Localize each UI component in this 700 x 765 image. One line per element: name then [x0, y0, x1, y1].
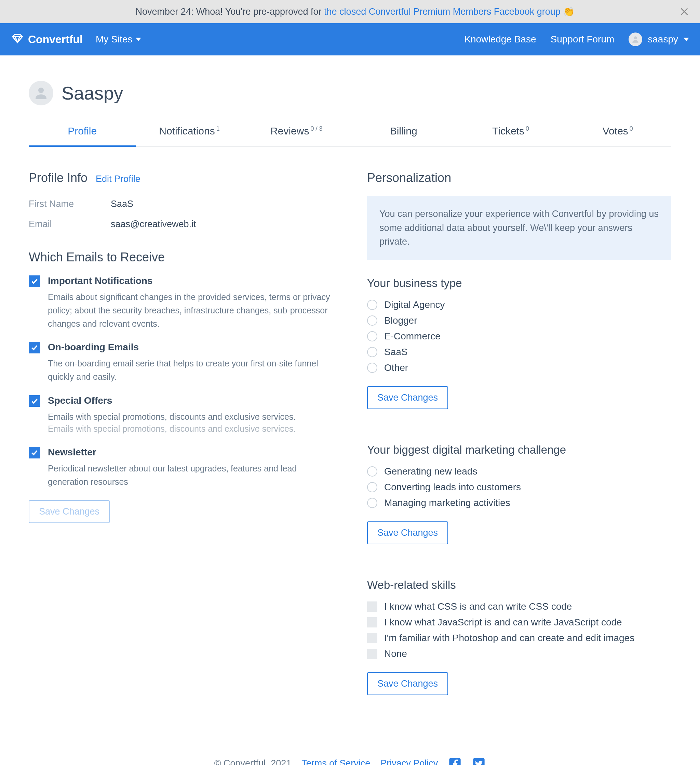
avatar-icon: [629, 33, 642, 46]
save-business-button[interactable]: Save Changes: [367, 386, 448, 409]
checkbox-icon: [367, 649, 377, 659]
radio-icon: [367, 363, 377, 373]
top-nav: Convertful My Sites Knowledge Base Suppo…: [0, 23, 700, 55]
announcement-banner: November 24: Whoa! You're pre-approved f…: [0, 0, 700, 23]
page-title: Saaspy: [61, 82, 123, 104]
banner-text: November 24: Whoa! You're pre-approved f…: [126, 0, 575, 28]
onboarding-desc: The on-boarding email serie that helps t…: [48, 357, 333, 384]
radio-icon: [367, 466, 377, 477]
banner-link[interactable]: the closed Convertful Premium Members Fa…: [324, 6, 560, 17]
my-sites-menu[interactable]: My Sites: [96, 34, 141, 45]
radio-digital-agency[interactable]: Digital Agency: [367, 299, 671, 310]
radio-convert-leads[interactable]: Converting leads into customers: [367, 482, 671, 493]
onboarding-title: On-boarding Emails: [48, 342, 333, 353]
privacy-link[interactable]: Privacy Policy: [380, 758, 438, 765]
radio-icon: [367, 331, 377, 342]
tab-votes[interactable]: Votes0: [564, 118, 671, 146]
profile-info-heading: Profile Info: [29, 171, 88, 185]
edit-profile-link[interactable]: Edit Profile: [96, 174, 140, 184]
business-type-group: Digital Agency Blogger E-Commerce SaaS O…: [367, 299, 671, 373]
business-type-heading: Your business type: [367, 277, 671, 290]
chevron-down-icon: [136, 38, 141, 41]
user-menu[interactable]: saaspy: [629, 33, 689, 46]
radio-icon: [367, 315, 377, 326]
footer: © Convertful, 2021 Terms of Service Priv…: [29, 736, 671, 765]
emails-heading: Which Emails to Receive: [29, 250, 333, 264]
checkbox-icon: [367, 633, 377, 643]
tab-notifications[interactable]: Notifications1: [136, 118, 243, 146]
radio-ecommerce[interactable]: E-Commerce: [367, 331, 671, 342]
offers-title: Special Offers: [48, 395, 296, 406]
tab-reviews[interactable]: Reviews0 / 3: [243, 118, 350, 146]
svg-point-2: [634, 36, 637, 39]
radio-new-leads[interactable]: Generating new leads: [367, 466, 671, 477]
radio-other[interactable]: Other: [367, 362, 671, 373]
radio-manage-marketing[interactable]: Managing marketing activities: [367, 497, 671, 508]
save-emails-button[interactable]: Save Changes: [29, 500, 110, 523]
offers-desc: Emails with special promotions, discount…: [48, 410, 296, 423]
user-header: Saaspy: [29, 81, 671, 105]
skills-group: I know what CSS is and can write CSS cod…: [367, 601, 671, 659]
radio-icon: [367, 482, 377, 492]
checkbox-icon: [367, 617, 377, 628]
facebook-icon[interactable]: [448, 757, 462, 765]
radio-icon: [367, 347, 377, 357]
email-label: Email: [29, 219, 111, 230]
save-challenge-button[interactable]: Save Changes: [367, 521, 448, 544]
close-icon[interactable]: [679, 6, 690, 17]
radio-icon: [367, 498, 377, 508]
user-label: saaspy: [648, 34, 678, 45]
radio-icon: [367, 300, 377, 310]
radio-blogger[interactable]: Blogger: [367, 315, 671, 326]
terms-link[interactable]: Terms of Service: [301, 758, 370, 765]
checkbox-offers[interactable]: [29, 395, 40, 407]
challenge-group: Generating new leads Converting leads in…: [367, 466, 671, 508]
important-desc: Emails about significant changes in the …: [48, 290, 333, 330]
newsletter-desc: Periodical newsletter about our latest u…: [48, 462, 333, 488]
footer-copyright: © Convertful, 2021: [214, 758, 292, 765]
save-skills-button[interactable]: Save Changes: [367, 672, 448, 695]
offers-dup-desc: Emails with special promotions, discount…: [48, 422, 296, 436]
banner-prefix: November 24: Whoa! You're pre-approved f…: [136, 6, 324, 17]
banner-emoji: 👏: [560, 6, 575, 17]
personalization-heading: Personalization: [367, 171, 671, 185]
check-js[interactable]: I know what JavaScript is and can write …: [367, 617, 671, 628]
checkbox-icon: [367, 601, 377, 612]
checkbox-onboarding[interactable]: [29, 342, 40, 353]
email-value: saas@creativeweb.it: [111, 219, 196, 230]
twitter-icon[interactable]: [472, 757, 486, 765]
first-name-value: SaaS: [111, 199, 133, 209]
radio-saas[interactable]: SaaS: [367, 346, 671, 357]
check-photoshop[interactable]: I'm familiar with Photoshop and can crea…: [367, 633, 671, 644]
support-forum-link[interactable]: Support Forum: [551, 34, 615, 45]
my-sites-label: My Sites: [96, 34, 132, 45]
avatar: [29, 81, 53, 105]
svg-point-3: [38, 88, 44, 93]
brand-logo[interactable]: Convertful: [11, 33, 83, 46]
checkbox-important[interactable]: [29, 275, 40, 287]
tab-billing[interactable]: Billing: [350, 118, 457, 146]
check-none[interactable]: None: [367, 649, 671, 659]
tabs: Profile Notifications1 Reviews0 / 3 Bill…: [29, 118, 671, 147]
tab-profile[interactable]: Profile: [29, 118, 136, 146]
knowledge-base-link[interactable]: Knowledge Base: [464, 34, 536, 45]
tab-tickets[interactable]: Tickets0: [457, 118, 564, 146]
first-name-label: First Name: [29, 199, 111, 209]
checkbox-newsletter[interactable]: [29, 447, 40, 458]
skills-heading: Web-related skills: [367, 579, 671, 592]
important-title: Important Notifications: [48, 275, 333, 286]
check-css[interactable]: I know what CSS is and can write CSS cod…: [367, 601, 671, 612]
challenge-heading: Your biggest digital marketing challenge: [367, 443, 671, 456]
chevron-down-icon: [684, 38, 689, 41]
brand-name: Convertful: [28, 33, 83, 46]
personalization-notice: You can personalize your experience with…: [367, 196, 671, 260]
newsletter-title: Newsletter: [48, 447, 333, 458]
